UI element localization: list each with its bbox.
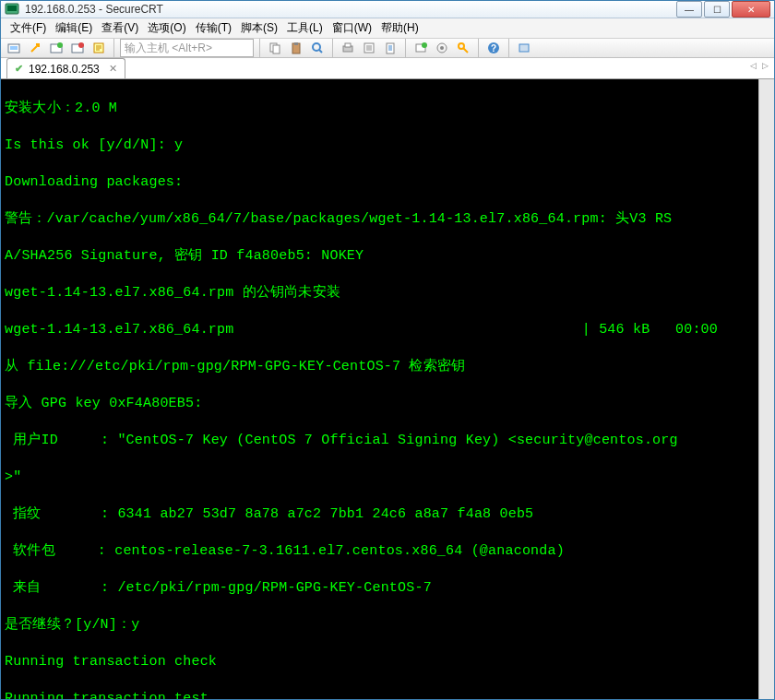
term-line: 警告：/var/cache/yum/x86_64/7/base/packages… [5, 210, 755, 229]
term-line: 用户ID : "CentOS-7 Key (CentOS 7 Official … [5, 432, 755, 450]
terminal-output[interactable]: 安装大小：2.0 M Is this ok [y/d/N]: y Downloa… [1, 79, 758, 700]
toolbar-separator [478, 39, 479, 57]
connected-icon: ✔ [15, 63, 23, 75]
term-line: Running transaction check [5, 653, 755, 671]
menu-file[interactable]: 文件(F) [6, 18, 50, 38]
key-icon[interactable] [454, 39, 472, 57]
term-line: >" [5, 469, 755, 487]
term-line: 来自 : /etc/pki/rpm-gpg/RPM-GPG-KEY-CentOS… [5, 579, 755, 598]
tab-label: 192.168.0.253 [29, 63, 100, 76]
svg-point-5 [57, 42, 63, 48]
term-line: 指纹 : 6341 ab27 53d7 8a78 a7c2 7bb1 24c6 … [5, 505, 755, 524]
menu-tools[interactable]: 工具(L) [283, 18, 327, 38]
term-line: Running transaction test [5, 690, 755, 700]
term-line: 软件包 : centos-release-7-3.1611.el7.centos… [5, 542, 755, 561]
svg-text:?: ? [491, 43, 496, 53]
term-line: Downloading packages: [5, 173, 755, 192]
minimize-button[interactable]: — [676, 1, 702, 18]
svg-rect-25 [519, 44, 529, 52]
new-session-icon[interactable] [411, 39, 430, 57]
tab-nav: ◁ ▷ [750, 61, 769, 70]
toolbar: 输入主机 <Alt+R> ? [1, 39, 774, 58]
titlebar: 192.168.0.253 - SecureCRT — ☐ ✕ [1, 1, 774, 18]
log-icon[interactable] [381, 39, 399, 57]
menu-view[interactable]: 查看(V) [98, 18, 142, 38]
app-icon [5, 2, 19, 17]
svg-point-19 [422, 42, 427, 48]
term-line: wget-1.14-13.el7.x86_64.rpm 的公钥尚未安装 [5, 284, 755, 303]
connect-icon[interactable] [5, 39, 23, 57]
term-line: wget-1.14-13.el7.x86_64.rpm| 546 kB 00:0… [5, 321, 755, 339]
session-tab[interactable]: ✔ 192.168.0.253 ✕ [6, 58, 125, 78]
term-line: 是否继续？[y/N]：y [5, 616, 755, 635]
find-icon[interactable] [308, 39, 327, 57]
menu-transfer[interactable]: 传输(T) [192, 18, 235, 38]
menubar: 文件(F) 编辑(E) 查看(V) 选项(O) 传输(T) 脚本(S) 工具(L… [1, 18, 774, 39]
svg-point-7 [78, 42, 84, 48]
toolbar-separator [405, 39, 406, 57]
toolbar-separator [113, 39, 114, 57]
menu-script[interactable]: 脚本(S) [237, 18, 281, 38]
term-line: Is this ok [y/d/N]: y [5, 136, 755, 155]
host-placeholder: 输入主机 <Alt+R> [125, 41, 212, 56]
toolbar-separator [332, 39, 333, 57]
vertical-scrollbar[interactable] [758, 79, 774, 700]
term-line: 从 file:///etc/pki/rpm-gpg/RPM-GPG-KEY-Ce… [5, 358, 755, 376]
host-input[interactable]: 输入主机 <Alt+R> [120, 39, 254, 57]
properties-icon[interactable] [360, 39, 378, 57]
session-icon[interactable] [89, 39, 108, 57]
copy-icon[interactable] [266, 39, 284, 57]
svg-rect-3 [10, 46, 18, 50]
settings-icon[interactable] [433, 39, 451, 57]
toolbar-separator [259, 39, 260, 57]
menu-window[interactable]: 窗口(W) [328, 18, 376, 38]
tab-next-icon[interactable]: ▷ [762, 61, 769, 70]
disconnect-icon[interactable] [68, 39, 87, 57]
menu-options[interactable]: 选项(O) [144, 18, 189, 38]
svg-rect-10 [273, 45, 280, 53]
svg-rect-12 [294, 42, 298, 45]
svg-point-21 [440, 46, 444, 50]
close-button[interactable]: ✕ [732, 1, 770, 18]
paste-icon[interactable] [287, 39, 305, 57]
term-line: 导入 GPG key 0xF4A80EB5: [5, 395, 755, 413]
menu-help[interactable]: 帮助(H) [377, 18, 423, 38]
quick-connect-icon[interactable] [26, 39, 44, 57]
svg-rect-15 [345, 43, 351, 47]
toolbar-separator [508, 39, 509, 57]
term-line: A/SHA256 Signature, 密钥 ID f4a80eb5: NOKE… [5, 247, 755, 266]
tab-close-icon[interactable]: ✕ [109, 63, 117, 75]
toggle-icon[interactable] [515, 39, 533, 57]
svg-point-13 [313, 43, 320, 51]
term-line: 安装大小：2.0 M [5, 100, 755, 118]
tab-prev-icon[interactable]: ◁ [750, 61, 757, 70]
maximize-button[interactable]: ☐ [704, 1, 730, 18]
tabbar: ✔ 192.168.0.253 ✕ ◁ ▷ [1, 58, 774, 79]
svg-rect-1 [7, 6, 17, 11]
window-title: 192.168.0.253 - SecureCRT [25, 3, 676, 16]
menu-edit[interactable]: 编辑(E) [52, 18, 96, 38]
reconnect-icon[interactable] [47, 39, 66, 57]
print-icon[interactable] [339, 39, 357, 57]
help-icon[interactable]: ? [484, 39, 503, 57]
